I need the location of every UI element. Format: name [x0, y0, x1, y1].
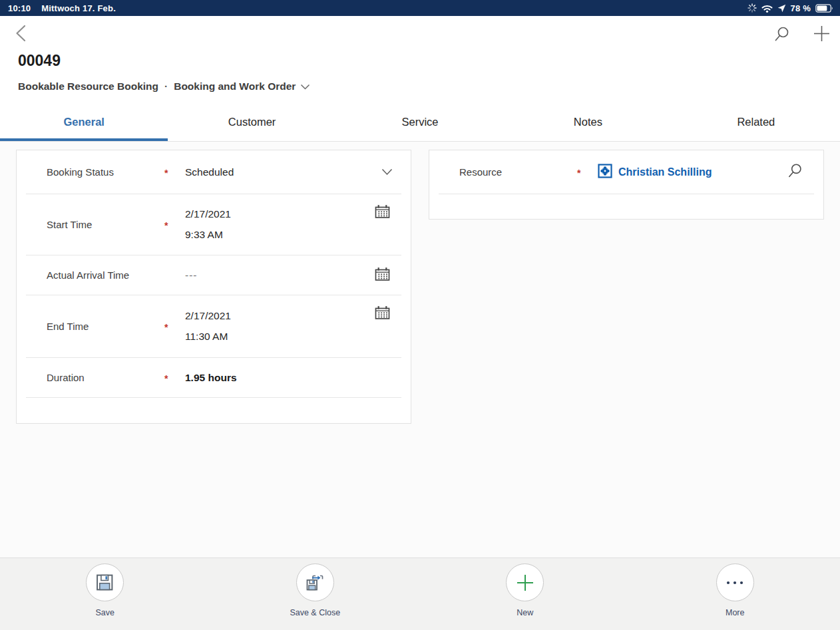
field-end-time: End Time * 2/17/2021 11:30 AM: [17, 295, 411, 357]
clock-text: 10:10: [8, 3, 31, 13]
app-header: 00049 Bookable Resource Booking · Bookin…: [0, 16, 840, 102]
new-label: New: [517, 608, 533, 617]
field-label: Actual Arrival Time: [47, 269, 164, 281]
end-time-value[interactable]: 11:30 AM: [185, 331, 231, 343]
start-date-value[interactable]: 2/17/2021: [185, 208, 231, 220]
required-marker-spacer: [164, 274, 185, 276]
resource-lookup-value[interactable]: Christian Schilling: [598, 164, 712, 181]
location-arrow-icon: [777, 4, 786, 13]
breadcrumb: Bookable Resource Booking · Booking and …: [18, 80, 310, 92]
booking-status-value[interactable]: Scheduled: [185, 166, 234, 178]
start-time-value[interactable]: 9:33 AM: [185, 229, 231, 241]
command-toolbar: Save Save & Close: [0, 557, 840, 630]
chevron-down-icon[interactable]: [381, 166, 393, 178]
calendar-icon[interactable]: [375, 267, 390, 284]
required-marker: *: [164, 320, 185, 333]
form-selector[interactable]: Booking and Work Order: [174, 80, 310, 92]
form-selector-label: Booking and Work Order: [174, 80, 296, 92]
separator-dot: ·: [164, 80, 168, 92]
required-marker: *: [164, 371, 185, 384]
search-icon[interactable]: [775, 25, 792, 44]
battery-icon: [815, 4, 833, 13]
card-footer-spacer: [17, 398, 411, 424]
tab-service[interactable]: Service: [336, 102, 504, 141]
lookup-search-icon[interactable]: [788, 163, 803, 182]
date-text: Mittwoch 17. Feb.: [41, 3, 116, 13]
back-icon[interactable]: [13, 24, 31, 43]
tab-customer[interactable]: Customer: [168, 102, 335, 141]
field-duration: Duration * 1.95 hours: [17, 358, 411, 397]
save-label: Save: [96, 608, 115, 617]
page-title: 00049: [18, 52, 61, 70]
save-icon: [86, 563, 124, 601]
save-and-close-icon: [296, 563, 334, 601]
field-actual-arrival-time: Actual Arrival Time ---: [17, 255, 411, 295]
resource-name-link[interactable]: Christian Schilling: [618, 166, 712, 178]
more-label: More: [726, 608, 744, 617]
duration-value[interactable]: 1.95 hours: [185, 372, 237, 384]
bookable-resource-record-icon: [598, 164, 612, 181]
add-record-icon[interactable]: [813, 25, 831, 43]
more-button[interactable]: More: [630, 558, 840, 630]
field-label: Resource: [459, 166, 577, 178]
field-label: Start Time: [47, 219, 164, 230]
save-button[interactable]: Save: [0, 558, 210, 630]
screen: 10:10 Mittwoch 17. Feb.: [0, 0, 840, 630]
actual-arrival-value[interactable]: ---: [185, 269, 198, 281]
calendar-icon[interactable]: [375, 194, 390, 222]
field-resource: Resource *: [429, 150, 823, 194]
tab-notes[interactable]: Notes: [504, 102, 672, 141]
field-label: Booking Status: [47, 166, 164, 178]
ellipsis-icon: [716, 563, 754, 601]
battery-percent-text: 78 %: [791, 3, 811, 13]
tab-related[interactable]: Related: [672, 102, 840, 141]
chevron-down-icon: [300, 80, 310, 92]
activity-spinner-icon: [747, 3, 757, 13]
entity-name-label: Bookable Resource Booking: [18, 80, 158, 92]
card-footer-spacer: [429, 194, 823, 220]
resource-card: Resource *: [429, 150, 824, 220]
required-marker: *: [164, 218, 185, 231]
required-marker: *: [577, 166, 598, 178]
tab-general[interactable]: General: [0, 102, 168, 141]
tab-bar: General Customer Service Notes Related: [0, 102, 840, 142]
field-start-time: Start Time * 2/17/2021 9:33 AM: [17, 194, 411, 255]
new-plus-icon: [506, 563, 544, 601]
calendar-icon[interactable]: [375, 295, 390, 323]
field-label: End Time: [47, 321, 164, 332]
required-marker: *: [164, 166, 185, 178]
new-button[interactable]: New: [420, 558, 630, 630]
form-content: Booking Status * Scheduled Start Time * …: [0, 142, 840, 557]
field-booking-status: Booking Status * Scheduled: [17, 150, 411, 194]
wifi-icon: [761, 4, 773, 13]
booking-times-card: Booking Status * Scheduled Start Time * …: [16, 150, 411, 424]
save-and-close-button[interactable]: Save & Close: [210, 558, 421, 630]
field-label: Duration: [47, 372, 164, 383]
end-date-value[interactable]: 2/17/2021: [185, 310, 231, 322]
ios-status-bar: 10:10 Mittwoch 17. Feb.: [0, 0, 840, 16]
save-and-close-label: Save & Close: [290, 608, 340, 617]
